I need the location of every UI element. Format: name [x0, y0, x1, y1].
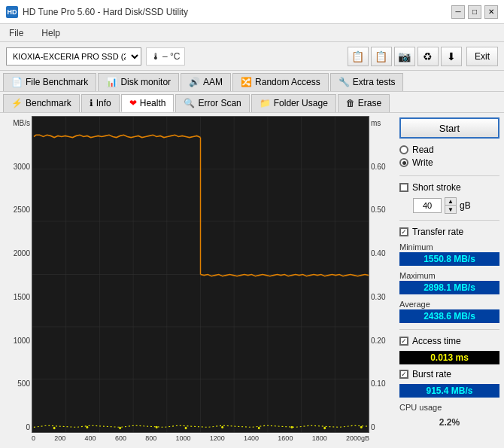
- tab-file-benchmark[interactable]: 📄 File Benchmark: [3, 73, 96, 91]
- minimize-button[interactable]: ─: [451, 5, 465, 19]
- svg-point-22: [258, 427, 260, 429]
- tab-health[interactable]: ❤ Health: [121, 94, 175, 112]
- tab-random-access[interactable]: 🔀 Random Access: [232, 73, 329, 91]
- nav-row-1: 📄 File Benchmark 📊 Disk monitor 🔊 AAM 🔀 …: [0, 71, 504, 92]
- x-800: 800: [145, 434, 156, 445]
- x-0: 0: [32, 434, 35, 445]
- file-benchmark-icon: 📄: [11, 77, 23, 87]
- x-1200: 1200: [210, 434, 225, 445]
- y-right-010: 0.10: [371, 379, 385, 388]
- title-bar-left: HD HD Tune Pro 5.60 - Hard Disk/SSD Util…: [6, 6, 188, 18]
- start-button[interactable]: Start: [399, 117, 499, 139]
- svg-point-20: [185, 427, 187, 429]
- download-toolbar-icon[interactable]: ⬇: [441, 47, 462, 66]
- chart-svg: [32, 117, 369, 432]
- y-right-050: 0.50: [371, 206, 385, 214]
- svg-point-23: [291, 426, 293, 428]
- stroke-down-button[interactable]: ▼: [445, 206, 456, 213]
- folder-usage-label: Folder Usage: [274, 98, 328, 108]
- cpu-usage-label: CPU usage: [399, 403, 442, 412]
- svg-point-24: [323, 427, 326, 429]
- tab-benchmark[interactable]: ⚡ Benchmark: [3, 94, 80, 112]
- svg-point-21: [221, 426, 223, 428]
- maximum-stat: Maximum 2898.1 MB/s: [399, 270, 499, 294]
- erase-icon: 🗑: [346, 98, 355, 108]
- access-time-checkbox[interactable]: ✓ Access time: [399, 336, 499, 346]
- thermometer-icon: 🌡: [151, 51, 160, 62]
- y-500: 500: [17, 379, 30, 388]
- tab-info[interactable]: ℹ Info: [81, 94, 120, 112]
- read-label: Read: [412, 145, 434, 155]
- window-title: HD Tune Pro 5.60 - Hard Disk/SSD Utility: [23, 7, 188, 17]
- stroke-row: 40 ▲ ▼ gB: [399, 197, 499, 214]
- chart-area: [32, 116, 369, 433]
- tab-error-scan[interactable]: 🔍 Error Scan: [175, 94, 249, 112]
- close-button[interactable]: ✕: [484, 5, 498, 19]
- screenshot-toolbar-icon[interactable]: 📷: [394, 47, 415, 66]
- tab-erase[interactable]: 🗑 Erase: [338, 94, 390, 112]
- transfer-rate-label: Transfer rate: [412, 227, 463, 237]
- x-axis-labels: 0 200 400 600 800 1000 1200 1400 1600 18…: [32, 433, 369, 445]
- x-2000: 2000gB: [346, 434, 369, 445]
- info-label: Info: [96, 98, 111, 108]
- disk-monitor-icon: 📊: [106, 77, 117, 87]
- short-stroke-label: Short stroke: [412, 182, 461, 193]
- title-bar: HD HD Tune Pro 5.60 - Hard Disk/SSD Util…: [0, 0, 504, 24]
- menu-bar: File Help: [0, 24, 504, 42]
- transfer-rate-checkbox[interactable]: ✓ Transfer rate: [399, 227, 499, 237]
- tab-folder-usage[interactable]: 📁 Folder Usage: [251, 94, 336, 112]
- exit-button[interactable]: Exit: [466, 47, 498, 66]
- x-200: 200: [54, 434, 65, 445]
- burst-rate-checkbox[interactable]: ✓ Burst rate: [399, 369, 499, 379]
- file-benchmark-label: File Benchmark: [26, 77, 88, 87]
- temperature-value: – °C: [162, 51, 180, 62]
- temperature-display: 🌡 – °C: [146, 47, 185, 66]
- read-radio[interactable]: Read: [399, 145, 499, 155]
- y-right-020: 0.20: [371, 337, 385, 345]
- divider-3: [399, 329, 499, 330]
- window-controls[interactable]: ─ □ ✕: [451, 5, 498, 19]
- random-access-icon: 🔀: [241, 77, 252, 87]
- copy-toolbar-icon[interactable]: 📋: [371, 47, 392, 66]
- y-1500: 1500: [14, 293, 30, 301]
- y-right-030: 0.30: [371, 293, 385, 301]
- nav-row-2: ⚡ Benchmark ℹ Info ❤ Health 🔍 Error Scan…: [0, 92, 504, 113]
- benchmark-icon: ⚡: [11, 98, 23, 108]
- average-stat: Average 2438.6 MB/s: [399, 299, 499, 323]
- read-radio-indicator: [399, 145, 408, 154]
- file-menu[interactable]: File: [6, 26, 26, 40]
- info-toolbar-icon[interactable]: 📋: [348, 47, 369, 66]
- y-3000: 3000: [14, 163, 30, 171]
- refresh-toolbar-icon[interactable]: ♻: [417, 47, 439, 66]
- info-icon: ℹ: [90, 98, 93, 108]
- stroke-up-button[interactable]: ▲: [445, 198, 456, 206]
- extra-tests-icon: 🔧: [339, 77, 350, 87]
- help-menu[interactable]: Help: [38, 26, 63, 40]
- burst-rate-checkbox-box: ✓: [399, 370, 408, 379]
- cpu-usage-group: CPU usage: [399, 402, 499, 413]
- tab-extra-tests[interactable]: 🔧 Extra tests: [330, 73, 404, 91]
- tab-aam[interactable]: 🔊 AAM: [181, 73, 231, 91]
- svg-point-16: [53, 427, 56, 429]
- x-1400: 1400: [244, 434, 259, 445]
- access-time-label: Access time: [412, 336, 461, 346]
- svg-point-25: [360, 426, 363, 428]
- aam-icon: 🔊: [189, 77, 200, 87]
- access-time-checkbox-box: ✓: [399, 337, 408, 346]
- maximize-button[interactable]: □: [468, 5, 481, 19]
- svg-point-19: [156, 426, 158, 428]
- divider-2: [399, 220, 499, 221]
- toolbar-icons: 📋 📋 📷 ♻ ⬇: [348, 47, 462, 66]
- write-radio[interactable]: Write: [399, 157, 499, 168]
- health-label: Health: [140, 98, 166, 108]
- y-label-mbs: MB/s: [13, 119, 30, 127]
- drive-selector[interactable]: KIOXIA-EXCERIA PRO SSD (2000 gB): [6, 47, 141, 66]
- drive-dropdown[interactable]: KIOXIA-EXCERIA PRO SSD (2000 gB): [6, 47, 141, 66]
- burst-rate-value: 915.4 MB/s: [399, 384, 499, 398]
- short-stroke-checkbox[interactable]: Short stroke: [399, 182, 499, 193]
- tab-disk-monitor[interactable]: 📊 Disk monitor: [98, 73, 179, 91]
- stroke-spinner[interactable]: ▲ ▼: [445, 197, 457, 214]
- y-0: 0: [26, 423, 30, 431]
- health-icon: ❤: [129, 98, 137, 108]
- benchmark-label: Benchmark: [26, 98, 71, 108]
